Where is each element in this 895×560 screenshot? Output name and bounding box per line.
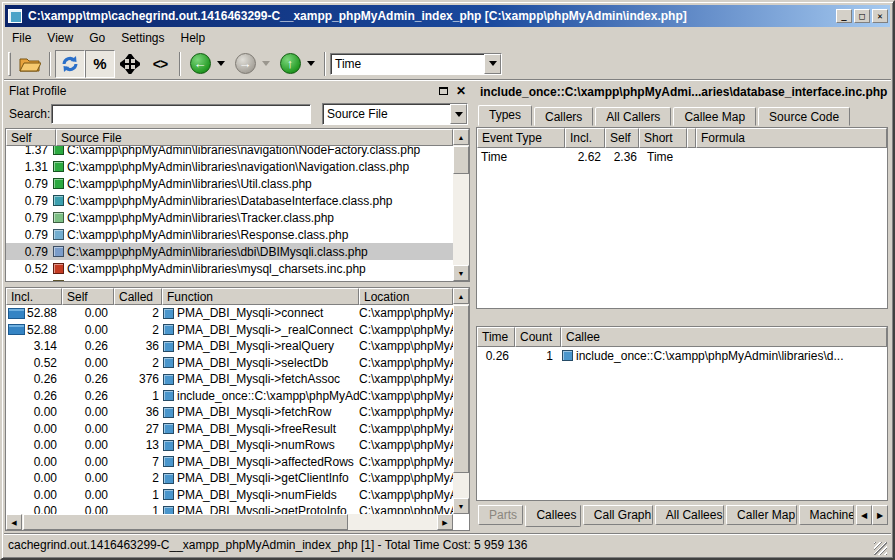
scroll-up-button[interactable]: ▲ — [453, 129, 469, 145]
tab-source-code[interactable]: Source Code — [758, 107, 850, 126]
column-header-time[interactable]: Time — [477, 327, 515, 347]
scroll-down-button[interactable]: ▼ — [453, 498, 469, 514]
table-row[interactable]: 0.52 C:\xampp\phpMyAdmin\libraries\user_… — [6, 277, 453, 281]
back-dropdown-arrow[interactable] — [217, 61, 225, 66]
tab-callees[interactable]: Callees — [525, 505, 580, 527]
column-header-self[interactable]: Self — [62, 288, 114, 305]
table-row[interactable]: Time 2.62 2.36 Time — [477, 148, 887, 165]
function-icon — [163, 456, 174, 467]
table-row[interactable]: 1.31 C:\xampp\phpMyAdmin\libraries\navig… — [6, 158, 453, 175]
scrollbar-thumb[interactable] — [23, 514, 348, 530]
forward-icon: → — [235, 53, 256, 74]
column-header-short[interactable]: Short — [639, 128, 687, 148]
horizontal-scrollbar[interactable]: ◀ ▶ — [6, 514, 453, 530]
tab-parts: Parts — [478, 505, 523, 525]
table-row-selected[interactable]: 0.79 C:\xampp\phpMyAdmin\libraries\dbi\D… — [6, 243, 453, 260]
back-button[interactable]: ← — [185, 50, 215, 78]
table-row[interactable]: 0.00 0.00 13 PMA_DBI_Mysqli->numRows C:\… — [6, 437, 453, 454]
percent-toggle-button[interactable]: % — [85, 50, 115, 78]
float-dock-icon[interactable] — [439, 87, 448, 95]
up-button[interactable]: ↑ — [275, 50, 305, 78]
event-type-combo[interactable]: Time — [330, 53, 502, 75]
combo-dropdown-button[interactable] — [484, 54, 501, 74]
tab-caller-map[interactable]: Caller Map — [726, 505, 796, 525]
table-row[interactable]: 0.26 1 include_once::C:\xampp\phpMyAdmin… — [477, 347, 887, 364]
close-button[interactable]: ✕ — [872, 9, 888, 23]
table-row[interactable]: 0.00 0.00 2 PMA_DBI_Mysqli->getClientInf… — [6, 470, 453, 487]
menu-view[interactable]: View — [39, 29, 81, 47]
tab-scroll-left-button[interactable]: ◀ — [856, 505, 872, 525]
table-row[interactable]: 0.00 0.00 27 PMA_DBI_Mysqli->freeResult … — [6, 421, 453, 438]
column-header-incl[interactable]: Incl. — [6, 288, 62, 305]
scroll-down-button[interactable]: ▼ — [453, 265, 469, 281]
column-header-formula[interactable]: Formula — [696, 128, 887, 148]
callee-icon — [562, 350, 573, 361]
minimize-button[interactable]: _ — [836, 9, 852, 23]
table-row[interactable]: 3.14 0.26 36 PMA_DBI_Mysqli->realQuery C… — [6, 338, 453, 355]
column-header-count[interactable]: Count — [515, 327, 561, 347]
tab-machine[interactable]: Machine — [799, 505, 854, 525]
column-header-source-file[interactable]: Source File — [56, 129, 453, 146]
column-header-self[interactable]: Self — [605, 128, 639, 148]
forward-button[interactable]: → — [230, 50, 260, 78]
table-row[interactable]: 0.79 C:\xampp\phpMyAdmin\libraries\Respo… — [6, 226, 453, 243]
table-row[interactable]: 0.26 0.26 376 PMA_DBI_Mysqli->fetchAssoc… — [6, 371, 453, 388]
column-header-called[interactable]: Called — [114, 288, 162, 305]
scrollbar-thumb[interactable] — [453, 305, 469, 473]
scroll-left-button[interactable]: ◀ — [6, 514, 22, 530]
combo-dropdown-button[interactable] — [450, 104, 467, 124]
tab-types[interactable]: Types — [478, 105, 532, 126]
column-header-incl[interactable]: Incl. — [565, 128, 605, 148]
table-row[interactable]: 0.00 0.00 36 PMA_DBI_Mysqli->fetchRow C:… — [6, 404, 453, 421]
scrollbar-thumb[interactable] — [453, 146, 469, 174]
table-row[interactable]: 0.00 0.00 1 PMA_DBI_Mysqli->numFields C:… — [6, 487, 453, 504]
incl-value: 0.00 — [34, 504, 57, 514]
tab-callee-map[interactable]: Callee Map — [673, 107, 756, 126]
menu-file[interactable]: File — [4, 29, 39, 47]
open-file-button[interactable] — [15, 50, 45, 78]
file-path: C:\xampp\phpMyAdmin\libraries\navigation… — [67, 160, 409, 174]
dock-layout-button[interactable] — [115, 50, 145, 78]
column-header-function[interactable]: Function — [162, 288, 359, 305]
menu-settings[interactable]: Settings — [113, 29, 172, 47]
scroll-right-button[interactable]: ▶ — [437, 514, 453, 530]
group-by-combo[interactable]: Source File — [322, 103, 468, 125]
vertical-scrollbar[interactable]: ▲ ▼ — [453, 288, 469, 514]
resize-grip[interactable] — [874, 542, 887, 555]
relative-cost-button[interactable]: <> — [145, 50, 175, 78]
maximize-button[interactable]: □ — [854, 9, 870, 23]
menu-help[interactable]: Help — [173, 29, 214, 47]
tab-callers[interactable]: Callers — [534, 107, 593, 126]
column-header-location[interactable]: Location — [359, 288, 453, 305]
table-row[interactable]: 0.26 0.26 1 include_once::C:\xampp\phpMy… — [6, 388, 453, 405]
vertical-scrollbar[interactable]: ▲ ▼ — [453, 129, 469, 281]
table-row[interactable]: 52.88 0.00 2 PMA_DBI_Mysqli->connect C:\… — [6, 305, 453, 322]
up-dropdown-arrow[interactable] — [307, 61, 315, 66]
reload-button[interactable] — [55, 50, 85, 78]
tab-all-callees[interactable]: All Callees — [655, 505, 724, 525]
self-value: 0.79 — [6, 245, 52, 259]
dock-title-bar[interactable]: Flat Profile ✕ — [5, 82, 470, 99]
table-row[interactable]: 0.00 0.00 7 PMA_DBI_Mysqli->affectedRows… — [6, 454, 453, 471]
table-row[interactable]: 0.52 C:\xampp\phpMyAdmin\libraries\mysql… — [6, 260, 453, 277]
column-header-callee[interactable]: Callee — [561, 327, 887, 347]
tab-all-callers[interactable]: All Callers — [595, 107, 671, 126]
file-path: C:\xampp\phpMyAdmin\libraries\dbi\DBIMys… — [67, 245, 368, 259]
file-color-icon — [53, 212, 64, 223]
table-row[interactable]: 52.88 0.00 2 PMA_DBI_Mysqli->_realConnec… — [6, 322, 453, 339]
menu-go[interactable]: Go — [81, 29, 113, 47]
table-row[interactable]: 0.00 0.00 1 PMA_DBI_Mysqli->getProtoInfo… — [6, 503, 453, 514]
table-row[interactable]: 1.37 C:\xampp\phpMyAdmin\libraries\navig… — [6, 146, 453, 158]
tab-call-graph[interactable]: Call Graph — [583, 505, 653, 525]
table-row[interactable]: 0.79 C:\xampp\phpMyAdmin\libraries\Datab… — [6, 192, 453, 209]
toolbar-handle[interactable] — [8, 52, 11, 76]
tab-scroll-right-button[interactable]: ▶ — [872, 505, 888, 525]
column-header-event-type[interactable]: Event Type — [477, 128, 565, 148]
table-row[interactable]: 0.79 C:\xampp\phpMyAdmin\libraries\Track… — [6, 209, 453, 226]
table-row[interactable]: 0.52 0.00 2 PMA_DBI_Mysqli->selectDb C:\… — [6, 355, 453, 372]
close-dock-icon[interactable]: ✕ — [456, 85, 466, 97]
scroll-up-button[interactable]: ▲ — [453, 288, 469, 304]
table-row[interactable]: 0.79 C:\xampp\phpMyAdmin\libraries\Util.… — [6, 175, 453, 192]
column-header-self[interactable]: Self — [6, 129, 56, 146]
search-input[interactable] — [51, 104, 311, 124]
